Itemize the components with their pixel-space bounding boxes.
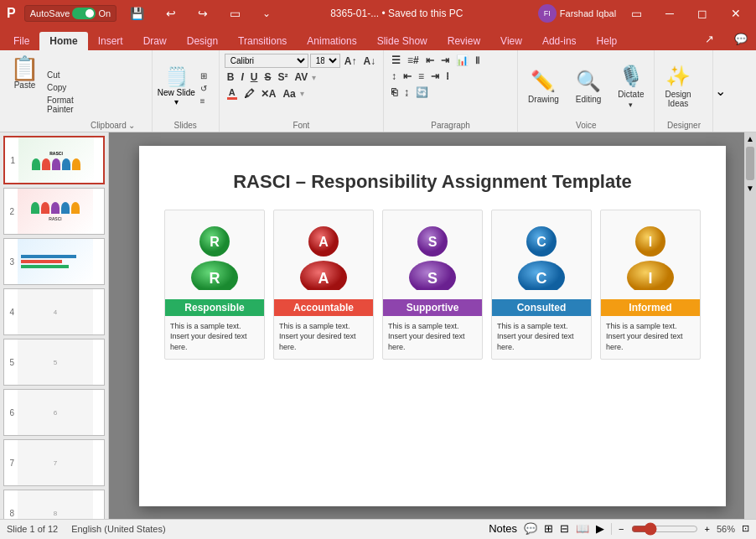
zoom-in-button[interactable]: + [705,524,710,534]
tab-slideshow[interactable]: Slide Show [367,32,438,50]
tab-addins[interactable]: Add-ins [532,32,587,50]
new-slide-button[interactable]: 🗒️ New Slide ▾ [158,66,195,106]
font-size-select[interactable]: 181214162024 [310,54,340,68]
justify-button[interactable]: ⁞ [443,70,452,83]
align-right-button[interactable]: ⇥ [428,70,442,83]
toggle-on[interactable] [72,8,96,19]
slide-thumb-2[interactable]: 2 RASCI [3,188,105,235]
slideshow-view-button[interactable]: ▶ [596,522,604,535]
line-spacing-button[interactable]: ↕ [389,70,399,83]
layout-button[interactable]: ⊞ [198,70,210,81]
tab-design[interactable]: Design [177,32,228,50]
align-center-button[interactable]: ≡ [416,70,427,83]
align-left-button[interactable]: ⇤ [401,70,414,83]
slide-preview-4: 4 [18,289,93,334]
undo-icon[interactable]: ↩ [158,3,184,23]
increase-indent-button[interactable]: ⇥ [438,54,452,67]
underline-button[interactable]: U [248,70,261,84]
zoom-out-button[interactable]: − [619,524,624,534]
numbering-button[interactable]: ≡# [405,54,422,67]
dictate-button[interactable]: 🎙️ Dictate ▾ [613,61,649,112]
editing-button[interactable]: 🔍 Editing [571,66,607,107]
person-icon-c: C C [508,219,575,294]
section-button[interactable]: ≡ [198,96,210,106]
close-button[interactable]: ✕ [722,3,749,23]
person-icon-a: A A [290,219,357,294]
font-name-select[interactable]: CalibriArialTimes New Roman [225,54,308,68]
save-icon[interactable]: 💾 [122,3,153,23]
scroll-down-btn[interactable]: ▼ [744,182,756,194]
columns-button[interactable]: ⫴ [473,54,482,67]
slide-thumb-5[interactable]: 5 5 [3,339,105,386]
ribbon-scroll[interactable]: ⌄ [713,50,728,132]
tab-help[interactable]: Help [587,32,628,50]
present-icon[interactable]: ▭ [221,3,249,23]
italic-button[interactable]: I [238,70,246,84]
shadow-button[interactable]: S² [275,70,290,84]
align-text-button[interactable]: ↨ [401,86,412,99]
tab-home[interactable]: Home [39,32,87,50]
slide-preview-img-5: 5 [18,339,93,385]
comments-icon[interactable]: 💬 [726,29,756,49]
convert-smartart-button[interactable]: 🔄 [413,86,431,99]
svg-text:C: C [536,235,546,249]
fit-window-button[interactable]: ⊡ [742,523,749,534]
ribbon-scroll-btn[interactable]: ⌄ [715,83,726,99]
clipboard-label: Clipboard ⌄ [76,119,150,130]
decrease-indent-button[interactable]: ⇤ [423,54,437,67]
text-highlight-button[interactable]: 🖍 [241,87,256,101]
scroll-thumb[interactable] [746,147,754,180]
zoom-slider[interactable] [631,522,698,536]
slide-sorter-button[interactable]: ⊟ [560,522,569,535]
tab-transitions[interactable]: Transitions [228,32,297,50]
bold-button[interactable]: B [225,70,237,84]
aa-button[interactable]: Aa [280,87,298,101]
reset-button[interactable]: ↺ [198,83,210,94]
paste-button[interactable]: 📋 Paste [5,54,44,130]
decrease-font-btn[interactable]: A↓ [360,54,378,68]
bullets-button[interactable]: ☰ [389,54,403,67]
text-direction-button[interactable]: ⎗ [389,86,400,99]
reading-view-button[interactable]: 📖 [576,522,589,535]
cut-button[interactable]: Cut [44,70,76,80]
tab-animations[interactable]: Animations [297,32,366,50]
comments-view-button[interactable]: 💬 [524,522,537,535]
copy-button[interactable]: Copy [44,82,76,93]
slide-thumb-3[interactable]: 3 [3,238,105,285]
a-label: Accountable [274,299,373,316]
more-tools-icon[interactable]: ⌄ [254,4,279,23]
notes-button[interactable]: Notes [489,522,517,535]
tab-review[interactable]: Review [438,32,490,50]
slide-thumb-7[interactable]: 7 7 [3,439,105,486]
scroll-up-btn[interactable]: ▲ [744,132,756,145]
slide-thumb-8[interactable]: 8 8 [3,490,105,519]
share-icon[interactable]: ↗ [696,29,722,49]
slide-thumb-1[interactable]: 1 RASCI [3,136,105,184]
tab-view[interactable]: View [490,32,532,50]
ribbon-display-icon[interactable]: ▭ [623,3,650,23]
slide-thumb-4[interactable]: 4 4 [3,288,105,335]
slide-thumb-6[interactable]: 6 6 [3,389,105,436]
title-bar: P AutoSave On 💾 ↩ ↪ ▭ ⌄ 8365-01-... • Sa… [0,0,756,27]
normal-view-button[interactable]: ⊞ [544,522,553,535]
minimize-button[interactable]: ─ [657,3,682,23]
font-color-button[interactable]: A [225,86,240,101]
i-text: This is a sample text. Insert your desir… [601,319,700,360]
format-painter-button[interactable]: Format Painter [44,95,76,115]
clear-format-button[interactable]: ✕A [258,87,279,101]
drawing-button[interactable]: ✏️ Drawing [523,66,564,107]
redo-icon[interactable]: ↪ [189,3,216,23]
design-ideas-button[interactable]: ✨ DesignIdeas [660,61,696,111]
rasci-card-a: A A Accountable This is a sample text. I… [273,210,374,360]
restore-button[interactable]: ◻ [689,3,716,23]
strikethrough-button[interactable]: S [261,70,273,84]
slide-options: ⊞ ↺ ≡ [198,70,210,106]
autosave-toggle[interactable]: AutoSave On [24,5,117,22]
tab-insert[interactable]: Insert [88,32,133,50]
char-spacing-button[interactable]: AV [292,70,310,84]
increase-font-btn[interactable]: A↑ [342,54,360,68]
canvas-scrollbar[interactable]: ▲ ▼ [744,132,756,519]
tab-draw[interactable]: Draw [133,32,177,50]
tab-file[interactable]: File [3,32,39,50]
smart-art-button[interactable]: 📊 [453,54,471,67]
